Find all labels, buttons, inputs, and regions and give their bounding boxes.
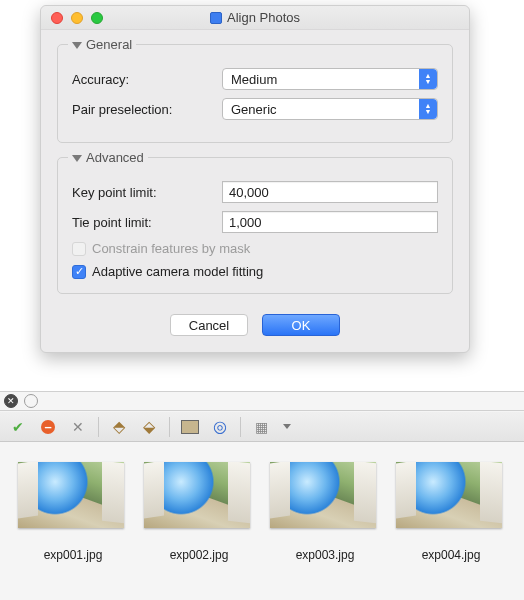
toolbar-separator [169, 417, 170, 437]
photo-thumbnail[interactable]: exp004.jpg [396, 462, 506, 562]
adaptive-label: Adaptive camera model fitting [92, 264, 263, 279]
adaptive-checkbox[interactable] [72, 265, 86, 279]
view-mode-icon[interactable] [251, 417, 271, 437]
cancel-button[interactable]: Cancel [170, 314, 248, 336]
dialog-titlebar: Align Photos [41, 6, 469, 30]
thumbnail-image [18, 462, 124, 528]
tiepoint-limit-input[interactable]: 1,000 [222, 211, 438, 233]
thumbnail-image [144, 462, 250, 528]
constrain-by-mask-row[interactable]: Constrain features by mask [72, 241, 438, 256]
remove-icon[interactable] [68, 417, 88, 437]
advanced-group-header[interactable]: Advanced [68, 150, 148, 165]
photos-toolbar [0, 412, 524, 442]
thumbnail-caption: exp003.jpg [270, 548, 380, 562]
adaptive-fitting-row[interactable]: Adaptive camera model fitting [72, 264, 438, 279]
select-arrows-icon: ▲▼ [419, 99, 437, 119]
rotate-right-icon[interactable] [139, 417, 159, 437]
pair-preselection-value: Generic [231, 102, 277, 117]
photo-thumbnail[interactable]: exp002.jpg [144, 462, 254, 562]
toolbar-separator [98, 417, 99, 437]
app-icon [210, 12, 222, 24]
disclosure-triangle-icon [72, 42, 82, 49]
accuracy-label: Accuracy: [72, 72, 222, 87]
pair-preselection-label: Pair preselection: [72, 102, 222, 117]
toolbar-separator [240, 417, 241, 437]
photo-thumbnail[interactable]: exp003.jpg [270, 462, 380, 562]
select-arrows-icon: ▲▼ [419, 69, 437, 89]
advanced-group: Advanced Key point limit: 40,000 Tie poi… [57, 157, 453, 294]
thumbnail-image [396, 462, 502, 528]
thumbnail-image [270, 462, 376, 528]
show-mask-icon[interactable] [210, 417, 230, 437]
dialog-title: Align Photos [41, 10, 469, 25]
show-photo-icon[interactable] [180, 417, 200, 437]
rotate-left-icon[interactable] [109, 417, 129, 437]
disable-icon[interactable] [38, 417, 58, 437]
keypoint-limit-label: Key point limit: [72, 185, 222, 200]
dropdown-caret-icon[interactable] [283, 424, 291, 429]
pair-preselection-select[interactable]: Generic ▲▼ [222, 98, 438, 120]
general-group: General Accuracy: Medium ▲▼ Pair presele… [57, 44, 453, 143]
accuracy-select[interactable]: Medium ▲▼ [222, 68, 438, 90]
constrain-checkbox[interactable] [72, 242, 86, 256]
align-photos-dialog: Align Photos General Accuracy: Medium ▲▼… [40, 5, 470, 353]
panel-close-icon[interactable]: ✕ [4, 394, 18, 408]
accuracy-value: Medium [231, 72, 277, 87]
thumbnail-caption: exp001.jpg [18, 548, 128, 562]
constrain-label: Constrain features by mask [92, 241, 250, 256]
thumbnail-caption: exp002.jpg [144, 548, 254, 562]
enable-icon[interactable] [8, 417, 28, 437]
photo-thumbnails: exp001.jpg exp002.jpg exp003.jpg exp004.… [0, 462, 524, 562]
general-group-header[interactable]: General [68, 37, 136, 52]
dialog-buttons: Cancel OK [41, 308, 469, 352]
panel-headerbar: ✕ [0, 391, 524, 411]
tiepoint-limit-label: Tie point limit: [72, 215, 222, 230]
photo-thumbnail[interactable]: exp001.jpg [18, 462, 128, 562]
keypoint-limit-input[interactable]: 40,000 [222, 181, 438, 203]
panel-aux-icon[interactable] [24, 394, 38, 408]
thumbnail-caption: exp004.jpg [396, 548, 506, 562]
disclosure-triangle-icon [72, 155, 82, 162]
ok-button[interactable]: OK [262, 314, 340, 336]
